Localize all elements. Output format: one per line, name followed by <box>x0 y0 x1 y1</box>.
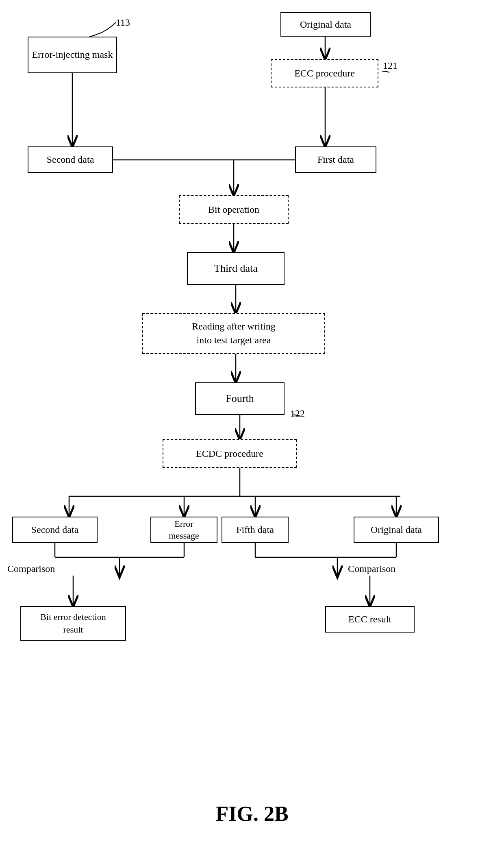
ecc-result-box: ECC result <box>325 606 415 633</box>
original-data-bottom-box: Original data <box>354 517 439 543</box>
diagram-container: Error-injecting mask Original data ECC p… <box>0 0 504 838</box>
fifth-data-box: Fifth data <box>222 517 289 543</box>
second-data-box: Second data <box>28 146 113 173</box>
arrows-svg <box>0 0 504 838</box>
reading-after-writing-box: Reading after writinginto test target ar… <box>142 313 325 354</box>
ref-121: 121 <box>383 60 398 71</box>
ecc-procedure-box: ECC procedure <box>271 59 378 87</box>
fourth-box: Fourth <box>195 382 285 415</box>
comparison-left-label: Comparison <box>7 563 55 574</box>
third-data-box: Third data <box>187 252 285 285</box>
error-injecting-mask-box: Error-injecting mask <box>28 37 117 73</box>
original-data-top-box: Original data <box>280 12 371 37</box>
figure-title: FIG. 2B <box>215 802 288 826</box>
comparison-right-label: Comparison <box>348 563 395 574</box>
error-message-box: Errormessage <box>150 517 217 543</box>
second-data-bottom-box: Second data <box>12 517 98 543</box>
bit-error-detection-result-box: Bit error detectionresult <box>20 606 126 641</box>
ref-122: 122 <box>290 408 305 419</box>
bit-operation-box: Bit operation <box>179 195 289 224</box>
first-data-box: First data <box>295 146 376 173</box>
ecdc-procedure-box: ECDC procedure <box>163 439 297 468</box>
ref-113: 113 <box>116 17 130 28</box>
